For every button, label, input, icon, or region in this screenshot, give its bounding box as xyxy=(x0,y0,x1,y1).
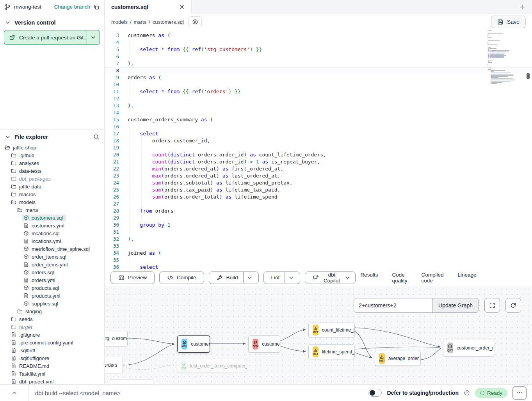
tree-item--sqlfluffignore[interactable]: .sqlfluffignore xyxy=(0,354,104,362)
lineage-node-customers-semantic[interactable]: SEMcustomers xyxy=(248,335,280,353)
create-pr-button[interactable]: Create a pull request on Git... xyxy=(4,30,100,45)
copy-icon[interactable] xyxy=(93,4,100,10)
tree-item-staging[interactable]: staging xyxy=(0,307,104,315)
code-line-5[interactable]: 5│ select * from {{ ref('stg_customers')… xyxy=(105,46,532,53)
lineage-node-customer_order_metrics[interactable]: QRYcustomer_order_metrics xyxy=(443,339,494,357)
code-line-11[interactable]: 11│ select * from {{ ref('orders') }} xyxy=(105,88,532,95)
tab-code-quality[interactable]: Code quality xyxy=(392,270,407,285)
dbt-copilot-button[interactable]: dbt Copilot xyxy=(305,271,356,284)
dbt-copilot-dropdown[interactable] xyxy=(343,272,353,283)
tree-item-marts[interactable]: marts xyxy=(0,206,104,214)
lineage-node-average_order_value[interactable]: METaverage_order_value xyxy=(375,351,421,366)
code-line-7[interactable]: 7), xyxy=(105,60,532,67)
tree-item-target[interactable]: target xyxy=(0,323,104,331)
code-line-23[interactable]: 23│ │ max(orders.ordered_at) as last_ord… xyxy=(105,172,532,179)
tree-item-products-yml[interactable]: products.yml xyxy=(0,292,104,300)
breadcrumb-marts[interactable]: marts xyxy=(134,19,147,25)
lineage-node-orders[interactable]: orders xyxy=(105,357,123,373)
code-line-27[interactable]: 27│ │ xyxy=(105,200,532,208)
lineage-selector-input[interactable] xyxy=(354,298,432,312)
code-line-12[interactable]: 12│ xyxy=(105,95,532,102)
new-tab-button[interactable] xyxy=(512,0,532,14)
expand-command-bar-button[interactable] xyxy=(0,385,29,401)
code-line-24[interactable]: 24│ │ sum(orders.subtotal) as lifetime_s… xyxy=(105,179,532,186)
tree-item-locations-sql[interactable]: locations.sql xyxy=(0,229,104,237)
tree-item-supplies-sql[interactable]: supplies.sql xyxy=(0,300,104,307)
change-branch-link[interactable]: Change branch xyxy=(54,4,90,10)
code-line-19[interactable]: 19│ │ xyxy=(105,144,532,151)
tree-item-order-items-sql[interactable]: order_items.sql xyxy=(0,253,104,261)
code-line-28[interactable]: 28│ from orders xyxy=(105,208,532,215)
version-control-header[interactable]: Version control xyxy=(0,14,104,30)
code-line-29[interactable]: 29│ │ xyxy=(105,215,532,222)
search-icon[interactable] xyxy=(93,134,100,140)
tree-item-taskfile-yml[interactable]: Taskfile.yml xyxy=(0,370,104,378)
compile-button[interactable]: Compile xyxy=(159,271,204,284)
refresh-button[interactable] xyxy=(505,298,521,313)
tree-item-orders-yml[interactable]: orders.yml xyxy=(0,276,104,284)
code-line-21[interactable]: 21│ │ count(distinct orders.order_id) > … xyxy=(105,158,532,165)
tree-item-seeds[interactable]: seeds xyxy=(0,315,104,323)
code-line-8[interactable]: 8 xyxy=(105,67,532,74)
tree-item-customers-sql[interactable]: customers.sql xyxy=(0,214,104,222)
tree-item-order-items-yml[interactable]: order_items.yml xyxy=(0,261,104,268)
code-line-3[interactable]: 3customers as ( xyxy=(105,32,532,39)
code-editor[interactable]: 3customers as (4│5│ select * from {{ ref… xyxy=(105,30,532,269)
code-line-10[interactable]: 10│ xyxy=(105,81,532,88)
code-line-26[interactable]: 26│ │ sum(orders.order_total) as lifetim… xyxy=(105,193,532,200)
tree-item-models[interactable]: models xyxy=(0,198,104,206)
tab-results[interactable]: Results xyxy=(360,270,378,285)
code-line-4[interactable]: 4│ xyxy=(105,39,532,46)
lineage-node-partial-node[interactable] xyxy=(110,379,153,384)
breadcrumb-file[interactable]: customers.sql xyxy=(153,19,184,25)
tree-item-analyses[interactable]: analyses xyxy=(0,159,104,167)
code-line-34[interactable]: 34joined as ( xyxy=(105,250,532,257)
tree-item-products-sql[interactable]: products.sql xyxy=(0,284,104,292)
code-line-16[interactable]: 16│ xyxy=(105,123,532,130)
tab-lineage[interactable]: Lineage xyxy=(457,270,476,285)
tree-item-data-tests[interactable]: data-tests xyxy=(0,167,104,175)
code-line-18[interactable]: 18│ │ orders.customer_id, xyxy=(105,137,532,144)
code-line-32[interactable]: 32), xyxy=(105,236,532,243)
close-icon[interactable] xyxy=(179,4,185,10)
lineage-panel[interactable]: Update Graph stg_customersordersMDLcusto… xyxy=(105,286,532,384)
scrollbar-thumb[interactable] xyxy=(527,73,530,79)
code-line-17[interactable]: 17│ select xyxy=(105,130,532,137)
tree-item--github[interactable]: .github xyxy=(0,151,104,159)
lineage-node-customers-model[interactable]: MDLcustomers xyxy=(177,335,210,353)
lineage-node-test-node[interactable]: TSTtest_order_items_compute_to_bools... xyxy=(177,359,247,373)
code-line-15[interactable]: 15customer_orders_summary as ( xyxy=(105,116,532,123)
breadcrumb-models[interactable]: models xyxy=(111,19,128,25)
more-options-button[interactable] xyxy=(512,386,527,400)
tree-item-readme-md[interactable]: README.md xyxy=(0,362,104,370)
code-line-14[interactable]: 14 xyxy=(105,109,532,116)
defer-toggle[interactable] xyxy=(368,389,382,397)
file-explorer-header[interactable]: File explorer xyxy=(0,130,104,144)
build-button[interactable]: Build xyxy=(209,271,259,284)
code-line-20[interactable]: 20│ │ count(distinct orders.order_id) as… xyxy=(105,151,532,158)
copilot-compass-button[interactable] xyxy=(189,16,202,27)
lineage-node-count_lifetime_orders[interactable]: METcount_lifetime_orders xyxy=(308,323,355,337)
minimap[interactable] xyxy=(488,30,523,84)
tree-item--sqlfluff[interactable]: .sqlfluff xyxy=(0,346,104,354)
fullscreen-button[interactable] xyxy=(484,298,500,313)
code-line-36[interactable]: 36│ select xyxy=(105,264,532,269)
code-line-13[interactable]: 13), xyxy=(105,102,532,109)
tree-item--pre-commit-config-yaml[interactable]: .pre-commit-config.yaml xyxy=(0,339,104,346)
code-line-9[interactable]: 9orders as ( xyxy=(105,74,532,81)
command-input[interactable]: dbt build --select <model_name> xyxy=(29,390,120,396)
code-line-33[interactable]: 33 xyxy=(105,243,532,250)
tree-item-jaffle-data[interactable]: jaffle-data xyxy=(0,183,104,190)
lint-dropdown[interactable] xyxy=(285,272,297,283)
preview-button[interactable]: Preview xyxy=(110,271,155,284)
tree-item-macros[interactable]: macros xyxy=(0,190,104,198)
tree-item-locations-yml[interactable]: locations.yml xyxy=(0,237,104,245)
tree-item-dbt-project-yml[interactable]: dbt_project.yml xyxy=(0,378,104,384)
lineage-node-lifetime_spend_pretax[interactable]: METlifetime_spend_pretax xyxy=(308,344,355,359)
code-line-22[interactable]: 22│ │ min(orders.ordered_at) as first_or… xyxy=(105,165,532,172)
code-line-6[interactable]: 6│ xyxy=(105,53,532,60)
tree-item-customers-yml[interactable]: customers.yml xyxy=(0,222,104,229)
tree-item-dbt-packages[interactable]: dbt_packages xyxy=(0,175,104,183)
tree-item-orders-sql[interactable]: orders.sql xyxy=(0,268,104,276)
tree-item-metricflow-time-spine-sql[interactable]: metricflow_time_spine.sql xyxy=(0,245,104,253)
